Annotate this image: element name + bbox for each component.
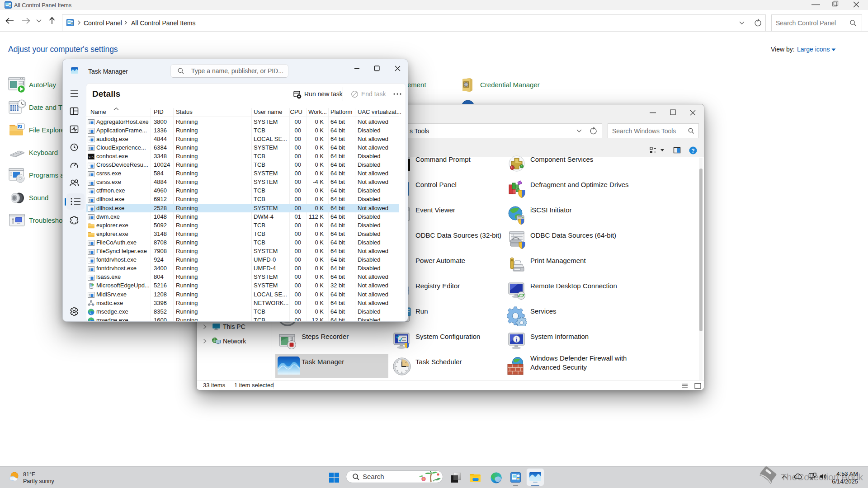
svg-text:C:\: C:\: [89, 155, 94, 159]
svg-text:i: i: [516, 336, 518, 343]
svg-text:?: ?: [691, 148, 694, 154]
